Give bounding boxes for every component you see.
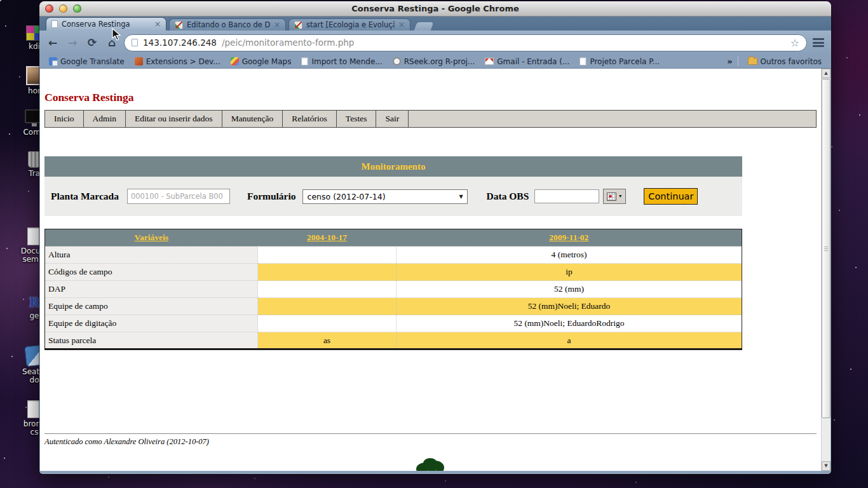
scroll-up-icon[interactable]: ▲ bbox=[822, 69, 831, 78]
tab-conserva-restinga[interactable]: Conserva Restinga × bbox=[46, 17, 166, 30]
row-variable: Códigos de campo bbox=[45, 264, 258, 281]
tab-label: Editando o Banco de Dado bbox=[187, 20, 270, 29]
back-button[interactable]: ← bbox=[45, 36, 60, 49]
extensions-icon bbox=[135, 57, 143, 65]
address-bar[interactable]: 143.107.246.248 /peic/monitoramento-form… bbox=[124, 34, 807, 51]
continuar-button[interactable]: Continuar bbox=[644, 188, 698, 205]
planta-marcada-input[interactable] bbox=[127, 189, 230, 204]
tab-start-ecologia[interactable]: start [Ecologia e Evolução × bbox=[288, 18, 410, 30]
page-title: Conserva Restinga bbox=[44, 91, 817, 104]
tab-close-icon[interactable]: × bbox=[398, 21, 405, 29]
tab-close-icon[interactable]: × bbox=[154, 20, 161, 28]
monitor-table: Variáveis 2004-10-17 2009-11-02 Altura 4… bbox=[44, 229, 742, 350]
reload-button[interactable]: ⟳ bbox=[85, 36, 100, 49]
page-scrollbar[interactable]: ▲ ▼ bbox=[821, 69, 831, 471]
tab-editando-banco[interactable]: Editando o Banco de Dado × bbox=[169, 18, 286, 30]
rseek-icon bbox=[393, 57, 401, 65]
page-favicon-icon bbox=[51, 20, 58, 28]
nav-item-sair[interactable]: Sair bbox=[376, 111, 409, 127]
page-favicon-icon bbox=[580, 57, 587, 65]
chrome-menu-button[interactable] bbox=[811, 37, 825, 48]
date-2009-link[interactable]: 2009-11-02 bbox=[549, 233, 588, 242]
formulario-selected-value: censo (2012-07-14) bbox=[308, 192, 386, 201]
bookmark-star-icon[interactable]: ☆ bbox=[790, 37, 799, 49]
wiki-favicon-icon bbox=[294, 21, 302, 29]
site-logo-tree bbox=[415, 457, 447, 471]
bookmark-label: Gmail - Entrada (... bbox=[497, 57, 569, 66]
bookmark-outros-favoritos[interactable]: Outros favoritos bbox=[743, 57, 826, 66]
nav-item-admin[interactable]: Admin bbox=[84, 111, 126, 127]
bookmark-label: Google Maps bbox=[242, 57, 292, 66]
tab-label: start [Ecologia e Evolução bbox=[306, 20, 395, 29]
column-header-2009: 2009-11-02 bbox=[397, 229, 742, 247]
forward-button[interactable]: → bbox=[65, 36, 80, 49]
bookmark-label: Google Translate bbox=[60, 57, 125, 66]
nav-item-manutencao[interactable]: Manutenção bbox=[222, 111, 283, 127]
nav-item-relatorios[interactable]: Relatórios bbox=[283, 111, 337, 127]
table-header-row: Variáveis 2004-10-17 2009-11-02 bbox=[45, 229, 742, 247]
data-obs-input[interactable] bbox=[534, 189, 599, 203]
row-variable: Equipe de digitação bbox=[45, 315, 258, 332]
bookmarks-bar: Google Translate Extensions > Dev... Goo… bbox=[39, 55, 831, 69]
bookmark-label: Extensions > Dev... bbox=[146, 57, 220, 66]
folder-icon bbox=[748, 58, 757, 65]
bookmarks-separator bbox=[738, 57, 738, 66]
window-maximize-button[interactable] bbox=[73, 4, 81, 13]
row-value-2004 bbox=[258, 298, 397, 315]
window-close-button[interactable] bbox=[45, 4, 53, 13]
nav-item-testes[interactable]: Testes bbox=[337, 111, 377, 127]
chrome-window: Conserva Restinga - Google Chrome Conser… bbox=[39, 1, 831, 474]
variaveis-link[interactable]: Variáveis bbox=[135, 233, 169, 242]
date-2004-link[interactable]: 2004-10-17 bbox=[307, 233, 347, 242]
bookmark-gmail[interactable]: Gmail - Entrada (... bbox=[480, 57, 574, 66]
row-variable: Equipe de campo bbox=[45, 298, 258, 315]
monitor-form: Planta Marcada Formulário censo (2012-07… bbox=[44, 177, 742, 216]
tab-strip: Conserva Restinga × Editando o Banco de … bbox=[39, 17, 831, 30]
wiki-favicon-icon bbox=[175, 21, 183, 29]
url-host: 143.107.246.248 bbox=[143, 37, 217, 48]
bookmark-google-maps[interactable]: Google Maps bbox=[226, 57, 296, 66]
tab-close-icon[interactable]: × bbox=[274, 21, 280, 29]
calendar-icon bbox=[607, 193, 616, 201]
row-value-2009: 52 (mm)Noeli; Eduardo bbox=[397, 298, 742, 315]
table-row: Altura 4 (metros) bbox=[45, 247, 742, 264]
starfield bbox=[0, 0, 1, 1]
column-header-variaveis: Variáveis bbox=[45, 229, 258, 247]
formulario-label: Formulário bbox=[247, 191, 296, 202]
table-row: Códigos de campo ip bbox=[45, 264, 742, 281]
planta-marcada-label: Planta Marcada bbox=[51, 191, 119, 202]
row-value-2004: as bbox=[258, 332, 397, 349]
window-minimize-button[interactable] bbox=[59, 4, 67, 13]
data-obs-label: Data OBS bbox=[487, 191, 529, 202]
nav-item-editar[interactable]: Editar ou inserir dados bbox=[126, 111, 222, 127]
nav-item-inicio[interactable]: Inicio bbox=[45, 111, 84, 127]
chevron-down-icon: ▼ bbox=[459, 194, 463, 200]
url-path: /peic/monitoramento-form.php bbox=[222, 37, 354, 48]
bookmark-label: RSeek.org R-proj... bbox=[404, 57, 475, 66]
new-tab-button[interactable] bbox=[414, 22, 434, 30]
page-favicon-icon bbox=[301, 57, 308, 65]
tab-label: Conserva Restinga bbox=[62, 20, 151, 29]
page-favicon-icon bbox=[132, 39, 138, 46]
bookmarks-overflow-chevron[interactable]: » bbox=[723, 57, 736, 66]
window-title: Conserva Restinga - Google Chrome bbox=[39, 4, 831, 13]
scrollbar-thumb[interactable] bbox=[822, 79, 831, 418]
bookmark-import-mendeley[interactable]: Import to Mende... bbox=[297, 57, 386, 66]
calendar-picker-button[interactable]: ▼ bbox=[603, 189, 626, 204]
window-titlebar[interactable]: Conserva Restinga - Google Chrome bbox=[39, 1, 831, 17]
nav-filler bbox=[409, 111, 816, 127]
monitor-section: Monitoramento Planta Marcada Formulário … bbox=[44, 156, 742, 216]
formulario-select[interactable]: censo (2012-07-14) ▼ bbox=[302, 189, 468, 204]
bookmark-rseek[interactable]: RSeek.org R-proj... bbox=[388, 57, 480, 66]
bookmark-projeto-parcela[interactable]: Projeto Parcela P... bbox=[575, 57, 664, 66]
page-content: Conserva Restinga Inicio Admin Editar ou… bbox=[40, 69, 831, 471]
bookmark-google-translate[interactable]: Google Translate bbox=[44, 57, 129, 66]
scroll-down-icon[interactable]: ▼ bbox=[822, 461, 831, 471]
chevron-down-icon: ▼ bbox=[618, 194, 623, 199]
bookmark-extensions[interactable]: Extensions > Dev... bbox=[130, 57, 225, 66]
translate-icon bbox=[49, 57, 57, 65]
menu-bar-line bbox=[813, 45, 824, 47]
table-row: Status parcela as a bbox=[45, 332, 742, 349]
column-header-2004: 2004-10-17 bbox=[258, 229, 397, 247]
main-nav: Inicio Admin Editar ou inserir dados Man… bbox=[44, 110, 817, 128]
